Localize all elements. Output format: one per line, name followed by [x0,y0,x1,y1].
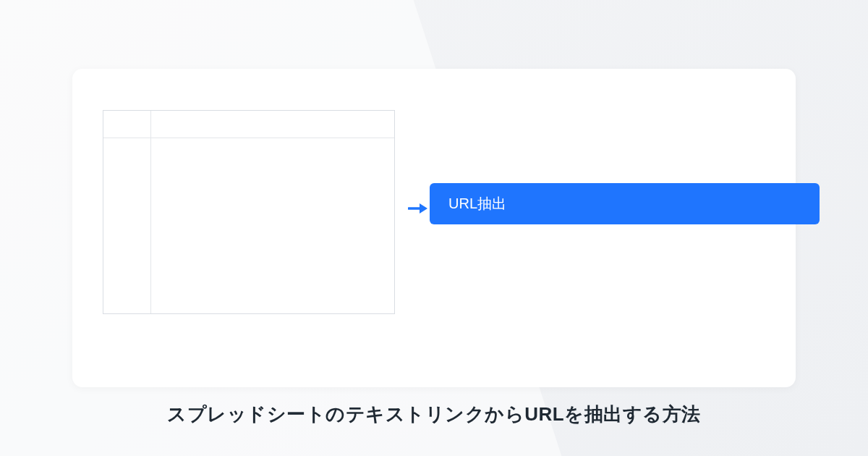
spreadsheet-cell[interactable] [151,138,394,313]
menu-item-label: URL抽出 [448,194,506,214]
spreadsheet-body-row [103,138,394,313]
spreadsheet-table [103,110,395,314]
spreadsheet-header-corner [103,111,151,138]
svg-marker-1 [420,203,427,214]
page-caption: スプレッドシートのテキストリンクからURLを抽出する方法 [0,402,868,427]
spreadsheet-header-col [151,111,394,138]
url-extract-menu-item[interactable]: URL抽出 [430,183,820,224]
spreadsheet-header-row [103,111,394,138]
arrow-right-icon [407,201,429,216]
main-card: URL抽出 [72,69,796,387]
spreadsheet-row-header [103,138,151,313]
